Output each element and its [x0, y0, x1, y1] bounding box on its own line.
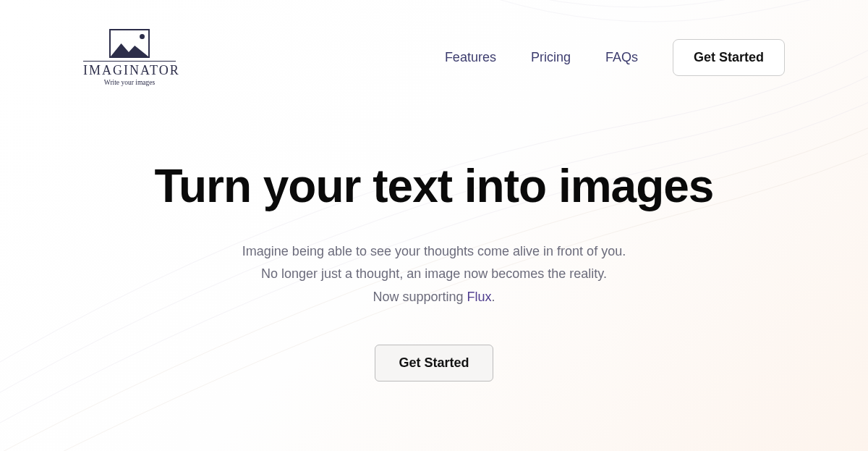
header: IMAGINATOR Write your images Features Pr… [0, 0, 868, 86]
hero: Turn your text into images Imagine being… [0, 159, 868, 382]
nav-link-features[interactable]: Features [445, 50, 496, 65]
hero-cta-button[interactable]: Get Started [375, 345, 493, 382]
image-icon [109, 29, 150, 58]
brand-tagline: Write your images [104, 79, 155, 86]
hero-subtitle: Imagine being able to see your thoughts … [43, 240, 825, 309]
hero-sub-line3-prefix: Now supporting [373, 290, 467, 304]
flux-link[interactable]: Flux [467, 290, 492, 304]
hero-sub-line2: No longer just a thought, an image now b… [261, 266, 607, 281]
hero-sub-line3-suffix: . [492, 290, 495, 304]
brand-name: IMAGINATOR [83, 61, 176, 78]
main-nav: Features Pricing FAQs Get Started [445, 39, 785, 76]
nav-link-faqs[interactable]: FAQs [605, 50, 638, 65]
logo[interactable]: IMAGINATOR Write your images [83, 29, 176, 86]
hero-title: Turn your text into images [43, 159, 825, 214]
hero-sub-line1: Imagine being able to see your thoughts … [242, 244, 626, 258]
nav-link-pricing[interactable]: Pricing [531, 50, 571, 65]
get-started-button[interactable]: Get Started [673, 39, 785, 76]
